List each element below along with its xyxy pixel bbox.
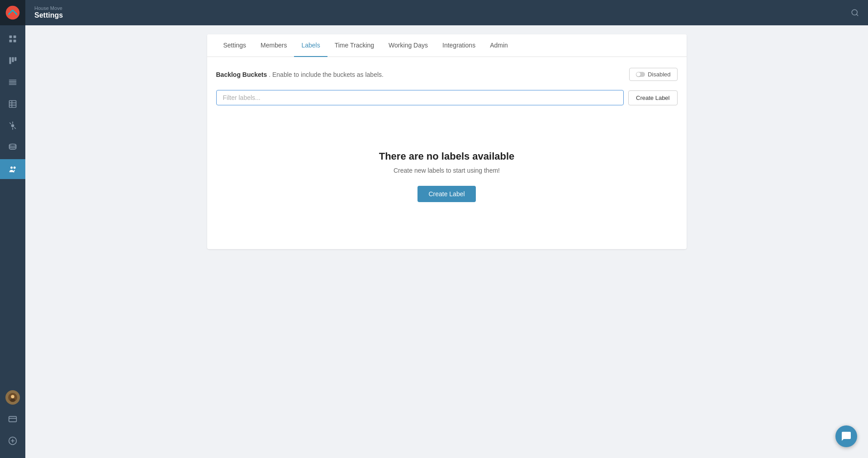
svg-line-22 [14, 127, 15, 128]
sidebar-item-board[interactable] [0, 51, 25, 71]
svg-rect-9 [14, 57, 16, 61]
backlog-label: Backlog Buckets [216, 71, 267, 78]
svg-rect-3 [9, 36, 12, 38]
chat-button[interactable] [835, 425, 857, 447]
toggle-icon [636, 72, 645, 77]
svg-line-21 [10, 123, 11, 124]
svg-rect-29 [9, 416, 17, 422]
workspace-label: House Move [34, 6, 63, 11]
filter-row: Create Label [216, 90, 678, 105]
svg-point-18 [11, 124, 14, 127]
tab-settings[interactable]: Settings [216, 34, 254, 57]
svg-point-25 [14, 166, 16, 169]
sidebar-item-expand[interactable] [0, 431, 25, 451]
sidebar-bottom [0, 387, 25, 458]
backlog-description: . Enable to include the buckets as label… [269, 71, 384, 78]
sidebar-item-billing[interactable] [0, 409, 25, 429]
sidebar-item-stack[interactable] [0, 137, 25, 157]
topbar-left: House Move Settings [34, 6, 63, 19]
tab-integrations[interactable]: Integrations [435, 34, 483, 57]
main-area: House Move Settings Settings Members Lab… [25, 0, 868, 458]
page-title: Settings [34, 11, 63, 19]
create-label-outline-button[interactable]: Create Label [628, 90, 677, 105]
svg-rect-8 [12, 57, 14, 62]
empty-title: There are no labels available [379, 151, 515, 162]
topbar-right [851, 9, 859, 17]
tab-admin[interactable]: Admin [483, 34, 515, 57]
tab-working-days[interactable]: Working Days [381, 34, 435, 57]
tab-time-tracking[interactable]: Time Tracking [327, 34, 381, 57]
svg-rect-6 [14, 40, 16, 42]
card-body: Backlog Buckets . Enable to include the … [207, 57, 687, 249]
filter-labels-input[interactable] [216, 90, 624, 105]
sidebar-item-list[interactable] [0, 72, 25, 92]
sidebar-item-avatar[interactable] [0, 387, 25, 407]
svg-rect-5 [9, 40, 12, 42]
backlog-text: Backlog Buckets . Enable to include the … [216, 71, 384, 78]
svg-rect-14 [9, 101, 16, 108]
tabs-bar: Settings Members Labels Time Tracking Wo… [207, 34, 687, 57]
sidebar-item-dashboard[interactable] [0, 29, 25, 49]
svg-point-28 [10, 399, 15, 402]
toggle-disabled-button[interactable]: Disabled [629, 68, 678, 81]
svg-point-27 [11, 395, 14, 398]
user-avatar[interactable] [5, 390, 20, 405]
svg-line-35 [856, 14, 858, 15]
sidebar-item-team[interactable] [0, 159, 25, 179]
content-area: Settings Members Labels Time Tracking Wo… [25, 25, 868, 458]
tab-members[interactable]: Members [253, 34, 294, 57]
settings-card: Settings Members Labels Time Tracking Wo… [207, 34, 687, 249]
svg-point-24 [10, 166, 13, 169]
svg-point-23 [9, 144, 16, 146]
search-button[interactable] [851, 9, 859, 17]
backlog-row: Backlog Buckets . Enable to include the … [216, 68, 678, 81]
tab-labels[interactable]: Labels [294, 34, 327, 57]
svg-rect-7 [9, 57, 11, 64]
svg-rect-4 [14, 36, 16, 38]
empty-subtitle: Create new labels to start using them! [394, 167, 500, 174]
sidebar-logo[interactable] [0, 0, 25, 25]
toggle-label: Disabled [648, 71, 671, 78]
create-label-primary-button[interactable]: Create Label [417, 186, 475, 202]
empty-state: There are no labels available Create new… [216, 123, 678, 238]
sidebar-item-table[interactable] [0, 94, 25, 114]
sidebar-item-activity[interactable] [0, 116, 25, 136]
sidebar [0, 0, 25, 458]
topbar: House Move Settings [25, 0, 868, 25]
sidebar-nav [0, 25, 25, 387]
